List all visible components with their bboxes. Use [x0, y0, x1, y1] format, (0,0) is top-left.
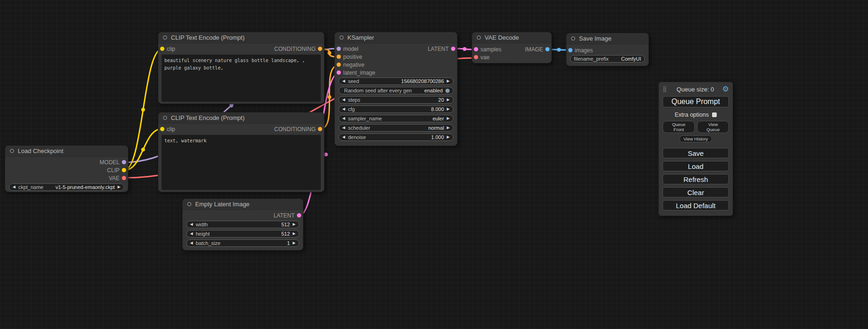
- widget-value: normal: [428, 125, 444, 131]
- widget-value: enabled: [424, 88, 443, 93]
- images-input-port[interactable]: [568, 48, 572, 52]
- node-title: KSampler: [347, 34, 374, 41]
- ckpt-name-widget[interactable]: ◀ ckpt_name v1-5-pruned-emaonly.ckpt ▶: [9, 183, 124, 191]
- node-load-checkpoint[interactable]: Load Checkpoint MODEL CLIP VAE ◀ ckpt_na…: [5, 145, 128, 192]
- queue-front-button[interactable]: Queue Front: [663, 121, 695, 133]
- node-title-bar[interactable]: CLIP Text Encode (Prompt): [158, 112, 324, 124]
- latent-image-input-port[interactable]: [337, 70, 341, 75]
- slot-row: negative: [335, 61, 457, 69]
- seed-widget[interactable]: ◀ seed 156680208700286 ▶: [339, 77, 453, 85]
- clip-input-port[interactable]: [160, 47, 164, 51]
- save-button[interactable]: Save: [663, 148, 729, 158]
- samples-input-port[interactable]: [474, 47, 478, 51]
- collapse-dot[interactable]: [163, 35, 167, 40]
- settings-gear-icon[interactable]: ⚙: [722, 85, 729, 93]
- increment-arrow-icon[interactable]: ▶: [293, 223, 296, 226]
- collapse-dot[interactable]: [477, 35, 481, 40]
- collapse-dot[interactable]: [163, 116, 167, 120]
- negative-input-port[interactable]: [337, 63, 341, 67]
- steps-widget[interactable]: ◀ steps 20 ▶: [339, 96, 453, 104]
- negative-prompt-textarea[interactable]: text, watermark: [162, 135, 321, 190]
- node-title-bar[interactable]: CLIP Text Encode (Prompt): [158, 32, 324, 43]
- widget-name: height: [196, 231, 210, 237]
- widget-value: 20: [438, 97, 444, 103]
- slot-label: VAE: [109, 175, 120, 182]
- node-vae-decode[interactable]: VAE Decode samples IMAGE vae: [472, 32, 552, 63]
- denoise-widget[interactable]: ◀ denoise 1.000 ▶: [339, 133, 453, 141]
- clip-input-port[interactable]: [160, 127, 164, 131]
- decrement-arrow-icon[interactable]: ◀: [342, 126, 345, 130]
- increment-arrow-icon[interactable]: ▶: [293, 232, 296, 236]
- random-seed-toggle-widget[interactable]: Random seed after every gen enabled: [339, 87, 453, 94]
- decrement-arrow-icon[interactable]: ◀: [342, 98, 345, 102]
- node-title-bar[interactable]: Empty Latent Image: [183, 199, 303, 210]
- node-title-bar[interactable]: VAE Decode: [472, 32, 551, 43]
- image-output-port[interactable]: [545, 47, 550, 51]
- vae-output-port[interactable]: [122, 176, 126, 180]
- positive-prompt-textarea[interactable]: beautiful scenery nature glass bottle la…: [162, 55, 321, 102]
- widget-value: 1: [287, 240, 290, 246]
- model-input-port[interactable]: [337, 47, 341, 51]
- cfg-widget[interactable]: ◀ cfg 8.000 ▶: [339, 105, 453, 113]
- slot-label: negative: [343, 62, 364, 68]
- conditioning-output-port[interactable]: [318, 47, 322, 51]
- width-widget[interactable]: ◀ width 512 ▶: [186, 221, 299, 228]
- filename-prefix-widget[interactable]: filename_prefix ComfyUI: [570, 55, 645, 63]
- view-history-button[interactable]: View History: [679, 135, 713, 142]
- positive-input-port[interactable]: [337, 55, 341, 59]
- slot-label: clip: [167, 126, 175, 133]
- collapse-dot[interactable]: [187, 202, 191, 206]
- node-title-bar[interactable]: Load Checkpoint: [5, 146, 128, 157]
- node-save-image[interactable]: Save Image images filename_prefix ComfyU…: [566, 33, 649, 66]
- view-queue-button[interactable]: View Queue: [697, 121, 729, 133]
- node-empty-latent-image[interactable]: Empty Latent Image LATENT ◀ width 512 ▶ …: [182, 198, 303, 251]
- increment-arrow-icon[interactable]: ▶: [447, 135, 450, 139]
- decrement-arrow-icon[interactable]: ◀: [190, 223, 193, 226]
- negative-conditioning-link-midpoint-dot: [328, 95, 332, 99]
- collapse-dot[interactable]: [339, 35, 344, 40]
- extra-options-checkbox[interactable]: [712, 112, 717, 117]
- increment-arrow-icon[interactable]: ▶: [447, 107, 450, 111]
- sampler-name-widget[interactable]: ◀ sampler_name euler ▶: [339, 115, 453, 122]
- slot-label: MODEL: [99, 159, 120, 166]
- decrement-arrow-icon[interactable]: ◀: [342, 107, 345, 111]
- node-clip-text-encode-negative[interactable]: CLIP Text Encode (Prompt) clip CONDITION…: [158, 112, 325, 192]
- collapse-dot[interactable]: [10, 149, 14, 153]
- node-title-bar[interactable]: KSampler: [335, 32, 457, 43]
- node-clip-text-encode-positive[interactable]: CLIP Text Encode (Prompt) clip CONDITION…: [158, 32, 325, 104]
- node-title-bar[interactable]: Save Image: [566, 33, 649, 44]
- increment-arrow-icon[interactable]: ▶: [447, 117, 450, 120]
- decrement-arrow-icon[interactable]: ◀: [190, 241, 193, 245]
- scheduler-widget[interactable]: ◀ scheduler normal ▶: [339, 124, 453, 132]
- collapse-dot[interactable]: [571, 36, 575, 41]
- clear-button[interactable]: Clear: [663, 187, 729, 197]
- refresh-button[interactable]: Refresh: [663, 174, 729, 184]
- load-default-button[interactable]: Load Default: [663, 200, 729, 210]
- node-ksampler[interactable]: KSampler model LATENT positive negative …: [334, 32, 458, 146]
- increment-arrow-icon[interactable]: ▶: [447, 79, 450, 83]
- decrement-arrow-icon[interactable]: ◀: [13, 185, 15, 189]
- latent-output-port[interactable]: [297, 213, 301, 217]
- widget-name: scheduler: [348, 125, 370, 131]
- queue-panel: ⣿ Queue size: 0 ⚙ Queue Prompt Extra opt…: [658, 82, 733, 216]
- slot-label: positive: [343, 54, 362, 60]
- increment-arrow-icon[interactable]: ▶: [293, 241, 296, 245]
- increment-arrow-icon[interactable]: ▶: [447, 126, 450, 130]
- height-widget[interactable]: ◀ height 512 ▶: [186, 230, 299, 238]
- load-button[interactable]: Load: [663, 161, 729, 171]
- decrement-arrow-icon[interactable]: ◀: [342, 117, 345, 120]
- toggle-dot[interactable]: [445, 89, 450, 93]
- model-output-port[interactable]: [122, 160, 126, 164]
- batch-size-widget[interactable]: ◀ batch_size 1 ▶: [186, 239, 299, 247]
- decrement-arrow-icon[interactable]: ◀: [190, 232, 193, 236]
- increment-arrow-icon[interactable]: ▶: [447, 98, 450, 102]
- conditioning-output-port[interactable]: [318, 127, 322, 131]
- decrement-arrow-icon[interactable]: ◀: [342, 79, 345, 83]
- decrement-arrow-icon[interactable]: ◀: [342, 135, 345, 139]
- latent-output-port[interactable]: [451, 47, 455, 51]
- clip-output-port[interactable]: [122, 168, 126, 172]
- drag-handle[interactable]: ⣿: [663, 86, 667, 92]
- queue-prompt-button[interactable]: Queue Prompt: [663, 96, 729, 107]
- increment-arrow-icon[interactable]: ▶: [118, 185, 120, 189]
- vae-input-port[interactable]: [474, 55, 478, 59]
